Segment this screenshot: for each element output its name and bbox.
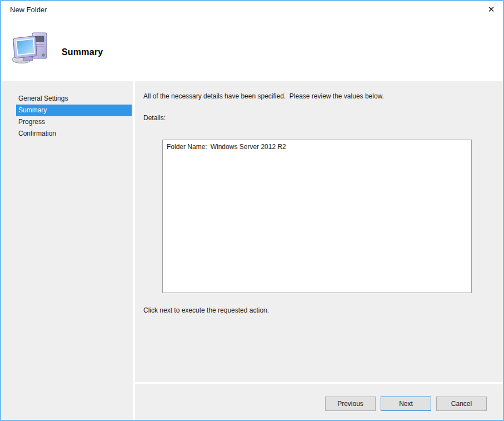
vertical-divider — [133, 81, 135, 420]
detail-value: Windows Server 2012 R2 — [211, 143, 286, 151]
details-label: Details: — [143, 114, 166, 122]
computer-icon — [10, 32, 49, 64]
window-title: New Folder — [10, 6, 47, 14]
sidebar-item-confirmation[interactable]: Confirmation — [16, 128, 132, 140]
intro-text: All of the necessary details have been s… — [143, 92, 384, 100]
sidebar-item-progress[interactable]: Progress — [16, 116, 132, 128]
wizard-steps: General Settings Summary Progress Confir… — [1, 93, 133, 140]
horizontal-divider — [135, 382, 503, 384]
details-box: Folder Name:Windows Server 2012 R2 — [162, 140, 472, 293]
close-icon: ✕ — [488, 4, 495, 14]
sidebar-item-summary[interactable]: Summary — [16, 105, 132, 116]
new-folder-dialog: New Folder ✕ — [0, 0, 504, 421]
previous-button[interactable]: Previous — [325, 397, 376, 411]
detail-key: Folder Name: — [167, 143, 207, 151]
details-line: Folder Name:Windows Server 2012 R2 — [167, 143, 471, 151]
cancel-button[interactable]: Cancel — [436, 397, 487, 411]
close-button[interactable]: ✕ — [483, 2, 500, 17]
next-button[interactable]: Next — [381, 397, 431, 411]
page-title: Summary — [62, 47, 103, 57]
footnote-text: Click next to execute the requested acti… — [143, 306, 269, 314]
sidebar-item-general-settings[interactable]: General Settings — [16, 93, 132, 105]
